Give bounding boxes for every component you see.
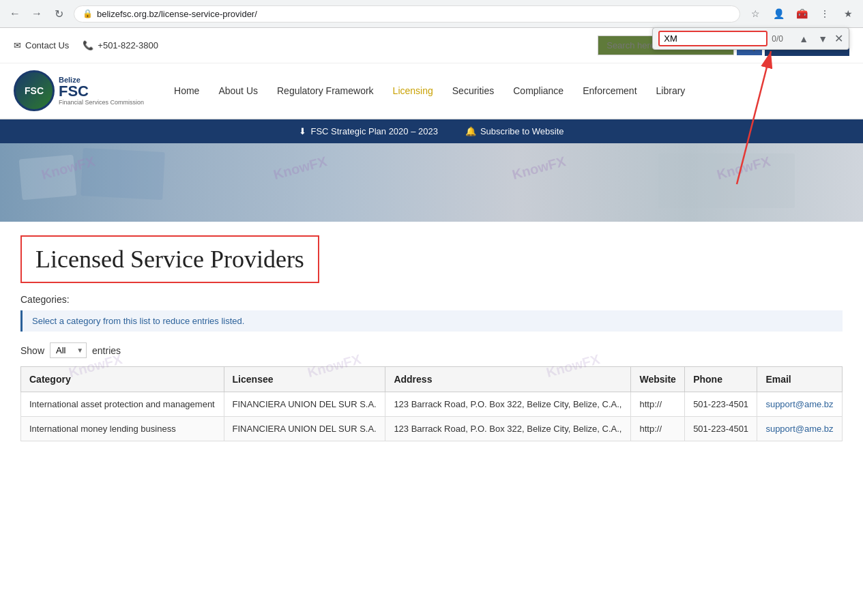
profile-icon[interactable]: 👤 (769, 4, 788, 23)
address-bar[interactable]: belizefsc.org.bz/license-service-provide… (97, 9, 731, 19)
subscribe-link[interactable]: 🔔 Subscribe to Website (465, 126, 564, 136)
contact-us[interactable]: ✉ Contact Us (14, 40, 69, 50)
providers-table: Category Licensee Address Website Phone … (20, 366, 843, 441)
find-close-button[interactable]: ✕ (834, 32, 843, 45)
watermark-3: KnowFX (510, 153, 567, 183)
nav-item-compliance[interactable]: Compliance (503, 73, 573, 108)
strategic-plan-label: FSC Strategic Plan 2020 – 2023 (310, 126, 437, 136)
forward-button[interactable]: → (27, 4, 46, 23)
star-icon[interactable]: ★ (838, 4, 858, 23)
cell-licensee-1: FINANCIERA UNION DEL SUR S.A. (224, 417, 385, 441)
page-content: KnowFX KnowFX KnowFX KnowFX KnowFX Licen… (0, 222, 863, 455)
watermark-content-5: KnowFX (544, 454, 601, 455)
strategic-plan-link[interactable]: ⬇ FSC Strategic Plan 2020 – 2023 (299, 126, 437, 136)
nav-menu: Home About Us Regulatory Framework Licen… (164, 73, 694, 108)
banner-bar: ⬇ FSC Strategic Plan 2020 – 2023 🔔 Subsc… (0, 119, 863, 143)
nav-item-home[interactable]: Home (164, 73, 209, 108)
main-navigation: FSC Belize FSC Financial Services Commis… (0, 63, 863, 119)
nav-item-library[interactable]: Library (647, 73, 695, 108)
cell-category-1: International money lending business (21, 417, 224, 441)
nav-item-securities[interactable]: Securities (443, 73, 503, 108)
cell-email-0[interactable]: support@ame.bz (757, 392, 843, 417)
col-header-address: Address (385, 367, 631, 392)
phone-number: 📞 +501-822-3800 (83, 40, 158, 50)
categories-hint: Select a category from this list to redu… (20, 310, 843, 332)
cell-website-1: http:// (631, 417, 685, 441)
table-row: International money lending business FIN… (21, 417, 843, 441)
nav-item-regulatory[interactable]: Regulatory Framework (267, 73, 383, 108)
logo-sub-text: Financial Services Commission (59, 99, 144, 106)
col-header-licensee: Licensee (224, 367, 385, 392)
find-bar: 0/0 ▲ ▼ ✕ (652, 27, 849, 50)
find-input[interactable] (658, 31, 767, 46)
cell-address-1: 123 Barrack Road, P.O. Box 322, Belize C… (385, 417, 631, 441)
col-header-website: Website (631, 367, 685, 392)
watermark-2: KnowFX (272, 153, 328, 183)
back-button[interactable]: ← (5, 4, 25, 23)
bell-icon: 🔔 (465, 126, 476, 136)
find-prev-button[interactable]: ▲ (796, 32, 811, 46)
email-link-0: support@ame.bz (765, 399, 833, 409)
logo-fsc-text: FSC (59, 84, 144, 99)
table-row: International asset protection and manag… (21, 392, 843, 417)
col-header-email: Email (757, 367, 843, 392)
table-header: Category Licensee Address Website Phone … (21, 367, 843, 392)
page-title-box: Licensed Service Providers (20, 235, 319, 283)
nav-item-about[interactable]: About Us (209, 73, 267, 108)
cell-licensee-0: FINANCIERA UNION DEL SUR S.A. (224, 392, 385, 417)
col-header-phone: Phone (685, 367, 757, 392)
hero-image: KnowFX KnowFX KnowFX KnowFX (0, 143, 863, 222)
entries-label: entries (92, 345, 121, 356)
bookmark-manager-icon[interactable]: ☆ (746, 4, 765, 23)
show-entries-row: Show All 10 25 50 100 ▼ entries (20, 342, 843, 358)
page-title: Licensed Service Providers (35, 245, 304, 274)
table-body: International asset protection and manag… (21, 392, 843, 441)
email-link-1: support@ame.bz (765, 424, 833, 434)
nav-item-enforcement[interactable]: Enforcement (573, 73, 646, 108)
logo-circle: FSC (14, 70, 55, 111)
lock-icon: 🔒 (83, 9, 93, 18)
subscribe-label: Subscribe to Website (480, 126, 564, 136)
entries-select[interactable]: All 10 25 50 100 (50, 342, 87, 358)
cell-category-0: International asset protection and manag… (21, 392, 224, 417)
cell-phone-1: 501-223-4501 (685, 417, 757, 441)
cell-phone-0: 501-223-4501 (685, 392, 757, 417)
nav-item-licensing[interactable]: Licensing (383, 73, 443, 108)
extensions-icon[interactable]: 🧰 (792, 4, 811, 23)
find-next-button[interactable]: ▼ (815, 32, 830, 46)
find-count: 0/0 (772, 34, 792, 44)
col-header-category: Category (21, 367, 224, 392)
settings-icon[interactable]: ⋮ (815, 4, 834, 23)
download-icon: ⬇ (299, 126, 306, 136)
cell-address-0: 123 Barrack Road, P.O. Box 322, Belize C… (385, 392, 631, 417)
cell-email-1[interactable]: support@ame.bz (757, 417, 843, 441)
mail-icon: ✉ (14, 40, 21, 50)
logo[interactable]: FSC Belize FSC Financial Services Commis… (14, 63, 144, 118)
phone-icon: 📞 (83, 40, 93, 50)
watermark-content-4: KnowFX (67, 454, 123, 455)
cell-website-0: http:// (631, 392, 685, 417)
refresh-button[interactable]: ↻ (49, 4, 68, 23)
categories-label: Categories: (20, 294, 843, 305)
show-label: Show (20, 345, 44, 356)
